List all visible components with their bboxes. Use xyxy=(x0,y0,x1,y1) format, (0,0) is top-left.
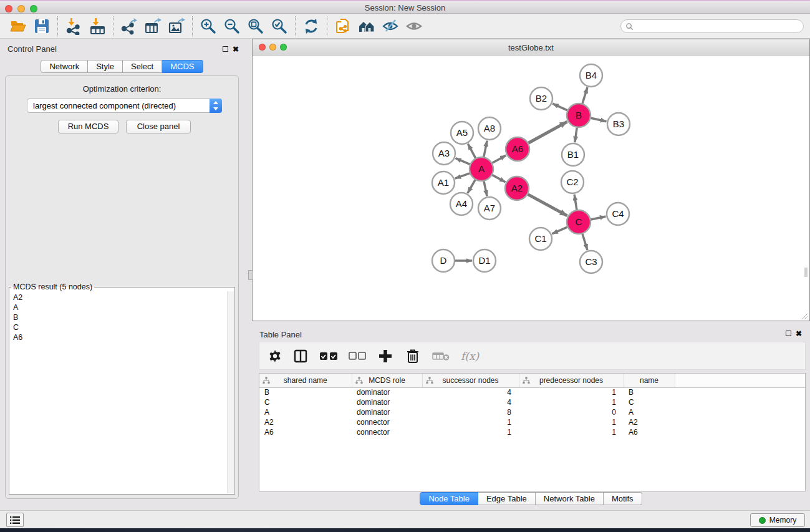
table-row[interactable]: Adominator80A xyxy=(259,407,805,417)
column-header-MCDS-role[interactable]: MCDS role xyxy=(352,374,422,387)
import-table-button[interactable] xyxy=(85,16,109,37)
zoom-selected-button[interactable] xyxy=(268,16,291,37)
node-A7[interactable] xyxy=(478,197,501,220)
edge-B-B2[interactable] xyxy=(552,104,567,110)
table-cell[interactable]: 1 xyxy=(422,417,519,427)
splitter-handle[interactable] xyxy=(248,270,253,280)
table-row[interactable]: A6connector11A6 xyxy=(259,427,805,437)
result-item[interactable]: A2 xyxy=(9,293,227,302)
column-header-name[interactable]: name xyxy=(624,374,675,387)
column-view-button[interactable] xyxy=(290,346,311,367)
table-cell[interactable]: C xyxy=(624,397,675,407)
node-B3[interactable] xyxy=(607,113,630,135)
node-C3[interactable] xyxy=(580,251,602,273)
node-C1[interactable] xyxy=(529,228,552,250)
node-A1[interactable] xyxy=(432,172,455,194)
edge-C-C4[interactable] xyxy=(591,216,606,220)
close-table-panel-button[interactable]: ✖ xyxy=(796,330,802,337)
save-button[interactable] xyxy=(30,16,54,37)
zoom-out-button[interactable] xyxy=(220,16,244,37)
tab-select[interactable]: Select xyxy=(123,60,162,73)
table-cell[interactable]: A xyxy=(624,407,675,417)
network-window-titlebar[interactable]: testGlobe.txt xyxy=(253,39,809,56)
open-folder-button[interactable] xyxy=(6,16,30,37)
tab-style[interactable]: Style xyxy=(88,60,123,73)
edge-A-A6[interactable] xyxy=(493,155,506,163)
table-row[interactable]: Cdominator41C xyxy=(259,397,805,407)
table-cell[interactable]: 4 xyxy=(422,387,519,397)
table-cell[interactable]: A2 xyxy=(259,417,352,427)
table-cell[interactable]: connector xyxy=(352,417,422,427)
select-all-button[interactable] xyxy=(317,346,340,367)
table-cell[interactable]: A6 xyxy=(259,427,352,437)
show-all-button[interactable] xyxy=(402,16,426,37)
result-scrollbar[interactable] xyxy=(227,291,234,493)
edge-A-A7[interactable] xyxy=(484,181,487,196)
float-table-panel-button[interactable] xyxy=(786,331,791,336)
edge-B-B1[interactable] xyxy=(575,128,577,142)
edge-A-A1[interactable] xyxy=(455,173,470,178)
edge-A-A3[interactable] xyxy=(456,158,470,165)
table-cell[interactable]: 0 xyxy=(519,407,624,417)
table-cell[interactable]: B xyxy=(259,387,352,397)
result-item[interactable]: A xyxy=(9,302,227,312)
edge-A-A8[interactable] xyxy=(484,141,487,157)
tab-mcds[interactable]: MCDS xyxy=(162,60,203,73)
tab-motifs[interactable]: Motifs xyxy=(604,492,642,505)
node-B1[interactable] xyxy=(562,143,584,166)
network-canvas[interactable]: B4B2BB3B1A5A8A6A3AA1A2C2A4A7C4CC1C3DD1 xyxy=(253,56,809,321)
table-row[interactable]: Bdominator41B xyxy=(259,387,805,397)
copy-network-button[interactable] xyxy=(331,16,355,37)
tab-network[interactable]: Network xyxy=(41,60,88,73)
float-panel-button[interactable] xyxy=(223,46,228,52)
node-C2[interactable] xyxy=(561,171,584,193)
edge-C-C3[interactable] xyxy=(582,234,587,250)
close-panel-button-mcds[interactable]: Close panel xyxy=(126,120,191,133)
table-cell[interactable]: connector xyxy=(352,427,422,437)
tab-node-table[interactable]: Node Table xyxy=(420,492,478,505)
node-A6[interactable] xyxy=(506,137,529,161)
node-C[interactable] xyxy=(567,210,591,234)
node-B[interactable] xyxy=(567,104,591,127)
edge-C-C1[interactable] xyxy=(552,227,567,234)
memory-button[interactable]: Memory xyxy=(750,513,805,527)
edge-A-A4[interactable] xyxy=(468,180,475,193)
deselect-all-button[interactable] xyxy=(346,346,369,367)
splitter-handle[interactable] xyxy=(804,268,808,277)
optimization-dropdown[interactable]: largest connected component (directed) xyxy=(27,99,222,113)
node-D[interactable] xyxy=(432,249,455,272)
edge-A2-C[interactable] xyxy=(528,195,567,216)
table-cell[interactable]: dominator xyxy=(352,387,422,397)
table-cell[interactable]: C xyxy=(259,397,352,407)
node-D1[interactable] xyxy=(473,249,496,272)
delete-column-button[interactable] xyxy=(402,346,423,367)
edge-A-A5[interactable] xyxy=(468,144,475,158)
table-cell[interactable]: 1 xyxy=(422,427,519,437)
zoom-fit-button[interactable] xyxy=(244,16,268,37)
zoom-in-button[interactable] xyxy=(196,16,220,37)
edge-A-A2[interactable] xyxy=(493,175,506,182)
column-header-successor-nodes[interactable]: successor nodes xyxy=(422,374,519,387)
import-network-button[interactable] xyxy=(62,16,85,37)
table-cell[interactable]: B xyxy=(624,387,675,397)
table-cell[interactable]: 4 xyxy=(422,397,519,407)
network-graph[interactable]: B4B2BB3B1A5A8A6A3AA1A2C2A4A7C4CC1C3DD1 xyxy=(253,56,809,321)
table-cell[interactable]: 8 xyxy=(422,407,519,417)
table-cell[interactable]: dominator xyxy=(352,397,422,407)
table-row[interactable]: A2connector11A2 xyxy=(259,417,805,427)
node-A2[interactable] xyxy=(505,177,529,200)
node-A[interactable] xyxy=(470,157,493,181)
column-header-shared-name[interactable]: shared name xyxy=(259,374,352,387)
refresh-button[interactable] xyxy=(299,16,323,37)
table-cell[interactable]: A xyxy=(259,407,352,417)
result-item[interactable]: A6 xyxy=(9,332,227,342)
node-B2[interactable] xyxy=(530,87,552,110)
edge-B-B4[interactable] xyxy=(582,87,587,104)
edge-B-B3[interactable] xyxy=(591,118,607,121)
table-cell[interactable]: 1 xyxy=(519,427,624,437)
node-A3[interactable] xyxy=(433,142,455,165)
node-B4[interactable] xyxy=(580,64,602,87)
task-history-button[interactable] xyxy=(6,513,24,527)
search-input[interactable] xyxy=(634,21,803,32)
export-network-button[interactable] xyxy=(117,16,141,37)
